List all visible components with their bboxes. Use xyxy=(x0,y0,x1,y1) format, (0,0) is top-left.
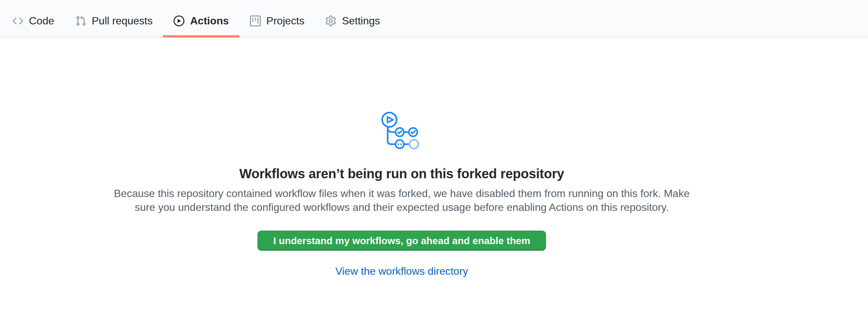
empty-state-title: Workflows aren’t being run on this forke… xyxy=(0,165,803,182)
tab-pull-requests-label: Pull requests xyxy=(92,15,153,26)
tab-code[interactable]: Code xyxy=(2,5,65,37)
enable-workflows-button[interactable]: I understand my workflows, go ahead and … xyxy=(257,230,546,251)
repo-tab-nav: Code Pull requests Actions Projects Sett… xyxy=(0,0,868,37)
description-line-2: sure you understand the configured workf… xyxy=(135,201,669,213)
empty-state-description: Because this repository contained workfl… xyxy=(0,186,803,214)
tab-actions-label: Actions xyxy=(190,15,228,26)
actions-empty-state: Workflows aren’t being run on this forke… xyxy=(0,111,868,277)
git-pull-request-icon xyxy=(75,15,86,26)
tab-settings-label: Settings xyxy=(342,15,380,26)
tab-projects[interactable]: Projects xyxy=(239,5,315,37)
tab-code-label: Code xyxy=(29,15,54,26)
tab-pull-requests[interactable]: Pull requests xyxy=(65,5,163,37)
workflow-graph-icon xyxy=(0,111,803,151)
gear-icon xyxy=(326,15,336,26)
tab-projects-label: Projects xyxy=(267,15,305,26)
project-icon xyxy=(250,15,261,26)
tab-actions[interactable]: Actions xyxy=(163,5,239,37)
view-workflows-directory-link[interactable]: View the workflows directory xyxy=(335,265,468,277)
tab-settings[interactable]: Settings xyxy=(315,5,391,37)
play-circle-icon xyxy=(174,15,184,26)
description-line-1: Because this repository contained workfl… xyxy=(114,187,689,199)
code-icon xyxy=(12,15,23,26)
